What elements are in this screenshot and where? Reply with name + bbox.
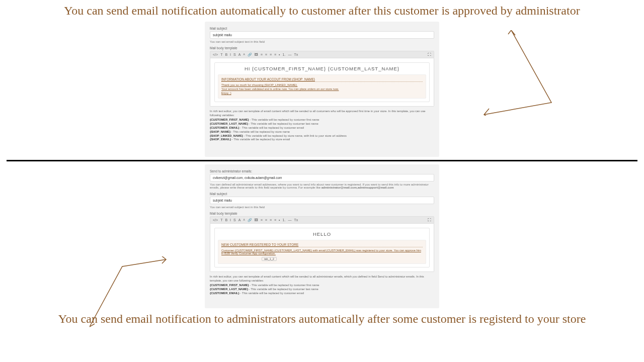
- variables-list: {CUSTOMER_FIRST_NAME} - This variable wi…: [210, 118, 434, 142]
- ul-icon[interactable]: •: [279, 53, 280, 56]
- admin-email-panel: Send to administrator emails: cvikenzi@g…: [205, 164, 439, 308]
- email-preview: HI {CUSTOMER_FIRST_NAME} {CUSTOMER_LAST_…: [214, 62, 430, 102]
- customer-email-panel: Mail subject subjekt mailu You can set e…: [205, 22, 439, 157]
- template-description: In rich text editor, you can set templat…: [210, 275, 434, 283]
- link-icon[interactable]: 🔗: [248, 53, 252, 56]
- banner-header: NEW CUSTOMER REGISTERED TO YOUR STORE: [221, 243, 423, 247]
- hr-icon[interactable]: —: [288, 53, 291, 56]
- banner-line: Your account has been validated and is o…: [221, 87, 423, 90]
- fontsize-up-icon[interactable]: A: [238, 53, 241, 56]
- hr-icon[interactable]: —: [288, 218, 291, 222]
- subject-label: Mail subject: [210, 27, 434, 30]
- align-right-icon[interactable]: ≡: [270, 53, 272, 56]
- arrow-top: [474, 30, 559, 116]
- align-left-icon[interactable]: ≡: [261, 53, 263, 56]
- divider: [7, 160, 637, 161]
- align-right-icon[interactable]: ≡: [270, 218, 272, 222]
- editor-body[interactable]: HI {CUSTOMER_FIRST_NAME} {CUSTOMER_LAST_…: [210, 58, 434, 107]
- image-icon[interactable]: 🖼: [255, 218, 258, 222]
- banner-header: INFORMATION ABOUT YOUR ACCOUT FROM {SHOP…: [221, 77, 423, 82]
- editor-toolbar: </> T B I S A A 🔗 🖼 ≡ ≡ ≡ ≡ • 1. — Tx ⛶: [210, 51, 434, 58]
- body-label: Mail body template: [210, 212, 434, 215]
- strike-icon[interactable]: S: [233, 53, 236, 56]
- clear-icon[interactable]: Tx: [294, 53, 298, 56]
- fullscreen-icon[interactable]: ⛶: [428, 53, 431, 56]
- strike-icon[interactable]: S: [233, 218, 236, 222]
- ol-icon[interactable]: 1.: [283, 53, 286, 56]
- fontsize-up-icon[interactable]: A: [238, 218, 241, 222]
- admin-emails-input[interactable]: cvikenzi@gmail.com, cvikota.adam@gmail.c…: [210, 174, 434, 182]
- body-label: Mail body template: [210, 46, 434, 50]
- subject-label: Mail subject: [210, 192, 434, 196]
- banner-line: Enjoy :): [221, 92, 423, 95]
- align-center-icon[interactable]: ≡: [265, 53, 267, 56]
- subject-input[interactable]: subjekt mailu: [210, 197, 434, 204]
- bold-icon[interactable]: B: [225, 218, 227, 222]
- text-icon[interactable]: T: [220, 218, 222, 222]
- variables-list: {CUSTOMER_FIRST_NAME} - This variable wi…: [210, 284, 434, 295]
- ol-icon[interactable]: 1.: [283, 218, 286, 222]
- fontsize-down-icon[interactable]: A: [243, 53, 245, 56]
- editor-toolbar: </> T B I S A A 🔗 🖼 ≡ ≡ ≡ ≡ • 1. — Tx ⛶: [210, 216, 434, 224]
- banner-line: Customer {CUSTOMER_FIRST_NAME} {CUSTOMER…: [221, 249, 423, 255]
- image-icon[interactable]: 🖼: [255, 53, 258, 56]
- code-icon[interactable]: </>: [213, 218, 218, 222]
- email-preview: HELLO NEW CUSTOMER REGISTERED TO YOUR ST…: [214, 228, 430, 267]
- text-icon[interactable]: T: [220, 53, 222, 56]
- ul-icon[interactable]: •: [279, 218, 280, 222]
- bold-icon[interactable]: B: [225, 53, 227, 56]
- fontsize-down-icon[interactable]: A: [243, 219, 245, 221]
- align-center-icon[interactable]: ≡: [265, 218, 267, 222]
- editor-body[interactable]: HELLO NEW CUSTOMER REGISTERED TO YOUR ST…: [210, 224, 434, 272]
- subject-help: You can set email subject text in this f…: [210, 40, 434, 43]
- italic-icon[interactable]: I: [230, 218, 231, 222]
- admin-emails-help: You can defined all administrator email …: [210, 183, 434, 189]
- arrow-bottom: [90, 256, 170, 332]
- italic-icon[interactable]: I: [230, 53, 231, 56]
- subject-help: You can set email subject text in this f…: [210, 206, 434, 209]
- admin-emails-label: Send to administrator emails:: [210, 169, 434, 173]
- code-icon[interactable]: </>: [213, 53, 218, 56]
- greeting: HELLO: [218, 231, 426, 237]
- link-icon[interactable]: 🔗: [248, 218, 252, 222]
- greeting: HI {CUSTOMER_FIRST_NAME} {CUSTOMER_LAST_…: [218, 66, 426, 71]
- align-justify-icon[interactable]: ≡: [274, 218, 276, 222]
- tag-chip: tab_1_2: [262, 257, 277, 261]
- info-banner: NEW CUSTOMER REGISTERED TO YOUR STORE Cu…: [218, 240, 426, 264]
- template-description: In rich text editor, you can set templat…: [210, 110, 434, 117]
- fullscreen-icon[interactable]: ⛶: [428, 218, 431, 222]
- align-left-icon[interactable]: ≡: [261, 218, 263, 222]
- clear-icon[interactable]: Tx: [294, 218, 298, 222]
- top-callout: You can send email notification automati…: [0, 0, 644, 22]
- align-justify-icon[interactable]: ≡: [274, 53, 276, 56]
- info-banner: INFORMATION ABOUT YOUR ACCOUT FROM {SHOP…: [218, 74, 426, 99]
- subject-input[interactable]: subjekt mailu: [210, 31, 434, 39]
- banner-line: Thank you so much for choosing {SHOP_LIN…: [221, 83, 423, 86]
